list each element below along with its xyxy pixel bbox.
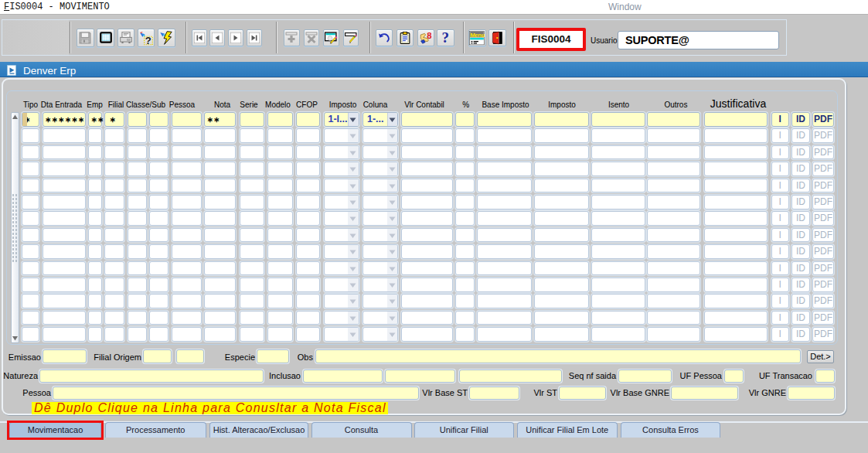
svg-text:?: ? [145, 34, 151, 45]
svg-text:Menu: Menu [471, 31, 485, 38]
